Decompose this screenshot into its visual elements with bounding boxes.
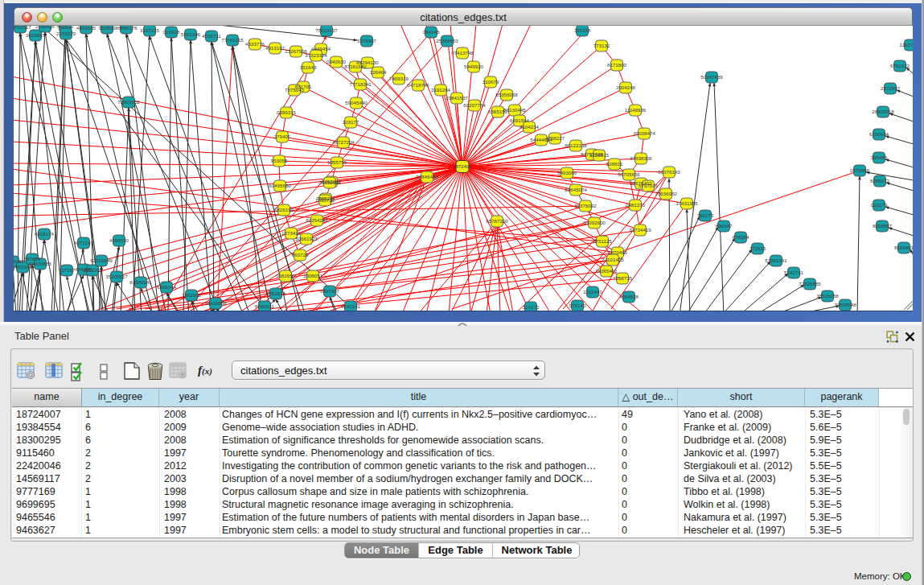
svg-text:2768426: 2768426 [35,26,55,29]
svg-text:5379907: 5379907 [357,38,377,43]
svg-text:4104234: 4104234 [519,124,540,130]
svg-text:6330434: 6330434 [869,131,889,137]
svg-text:56130445: 56130445 [503,107,526,113]
svg-text:2972997: 2972997 [881,85,901,91]
svg-text:3125815: 3125815 [589,152,610,158]
svg-text:0399315: 0399315 [277,109,297,115]
svg-text:18365461: 18365461 [595,268,618,274]
svg-text:780175: 780175 [697,212,714,218]
svg-text:77718341: 77718341 [349,81,372,87]
svg-text:975140: 975140 [569,303,586,308]
svg-text:953055: 953055 [271,158,288,163]
svg-text:53705656: 53705656 [618,171,640,177]
svg-text:75513137: 75513137 [315,27,338,33]
svg-text:3137215: 3137215 [140,27,160,33]
svg-text:7375043: 7375043 [285,87,305,93]
svg-text:1872407: 1872407 [453,163,473,169]
svg-text:87161682: 87161682 [344,64,367,69]
svg-text:279401: 279401 [274,134,291,139]
svg-text:8818174: 8818174 [35,231,55,237]
svg-text:72101415: 72101415 [602,257,624,262]
svg-text:4264628: 4264628 [619,294,639,299]
svg-text:60495660: 60495660 [269,183,291,188]
svg-text:1311440: 1311440 [583,289,602,295]
svg-text:62016849: 62016849 [90,257,113,263]
svg-text:03092600: 03092600 [583,220,606,225]
svg-text:39008474: 39008474 [633,130,655,136]
svg-text:0682651: 0682651 [276,273,296,278]
svg-text:6140141: 6140141 [341,303,361,309]
svg-text:022279: 022279 [871,202,888,208]
svg-text:0579868: 0579868 [850,167,870,173]
svg-text:898347: 898347 [716,223,733,229]
svg-text:28820018: 28820018 [872,109,894,114]
svg-text:35515058: 35515058 [816,293,839,299]
svg-text:395486: 395486 [871,154,888,160]
svg-text:82254282: 82254282 [306,217,328,223]
svg-text:010928: 010928 [163,29,180,35]
svg-text:1982965: 1982965 [182,292,202,298]
svg-text:952890: 952890 [99,26,116,31]
svg-text:83645074: 83645074 [565,187,587,192]
svg-text:3423667: 3423667 [26,32,46,38]
svg-text:8288072: 8288072 [870,178,890,183]
svg-text:6906044: 6906044 [157,284,177,290]
svg-text:2233079: 2233079 [56,31,76,36]
svg-text:72803852: 72803852 [117,99,140,105]
svg-text:6751125: 6751125 [593,238,612,244]
svg-text:7409319: 7409319 [389,76,409,81]
svg-text:3191284: 3191284 [431,87,451,93]
svg-text:50752917: 50752917 [14,26,31,30]
svg-text:4072247: 4072247 [74,240,94,245]
svg-text:126464: 126464 [370,69,387,75]
svg-text:37838306: 37838306 [630,155,652,161]
svg-text:24920868: 24920868 [204,300,227,306]
svg-text:86122138: 86122138 [565,142,587,148]
svg-text:0826199: 0826199 [274,207,294,212]
svg-text:7358735: 7358735 [613,275,633,281]
svg-text:1695722: 1695722 [315,197,335,203]
svg-text:8890931: 8890931 [255,303,275,309]
svg-text:465632: 465632 [57,26,74,29]
svg-text:372616: 372616 [749,245,766,251]
svg-text:3904248: 3904248 [616,84,636,90]
svg-text:4558530: 4558530 [109,237,129,243]
svg-text:4913167: 4913167 [265,45,285,51]
svg-text:0481373: 0481373 [626,202,646,208]
svg-text:72326865: 72326865 [799,281,821,286]
svg-text:92376092: 92376092 [574,203,597,208]
svg-text:33734419: 33734419 [629,227,651,233]
svg-text:85356068: 85356068 [495,92,518,97]
svg-text:25388853: 25388853 [436,38,458,43]
svg-text:36630626: 36630626 [318,179,341,185]
svg-text:4333776: 4333776 [245,41,265,47]
svg-text:5493066: 5493066 [557,170,577,175]
svg-text:8033401: 8033401 [894,245,913,250]
svg-text:70658948: 70658948 [834,302,856,307]
svg-text:54444634: 54444634 [530,137,552,142]
svg-text:773132: 773132 [593,43,610,48]
svg-text:60207764: 60207764 [463,102,486,108]
svg-text:46727204: 46727204 [332,139,355,145]
svg-text:6761222: 6761222 [890,63,910,68]
svg-text:50047439: 50047439 [700,74,723,80]
svg-text:51361341: 51361341 [765,257,787,263]
svg-text:2650201: 2650201 [83,267,103,273]
svg-text:351643: 351643 [300,64,317,70]
svg-text:65787200: 65787200 [486,218,508,224]
svg-text:4402685: 4402685 [76,26,97,31]
svg-text:3308051: 3308051 [303,273,323,278]
svg-text:04718746: 04718746 [407,82,429,88]
svg-text:86492083: 86492083 [14,258,24,264]
svg-text:59045440: 59045440 [345,100,368,105]
svg-text:50961923: 50961923 [295,236,318,241]
svg-text:8171800: 8171800 [607,62,627,68]
svg-text:23267938: 23267938 [285,48,307,54]
svg-text:37323324: 37323324 [305,52,327,58]
svg-text:86666176: 86666176 [115,26,138,31]
svg-text:0837407: 0837407 [320,288,340,294]
svg-text:29841537: 29841537 [446,95,468,101]
svg-text:00376143: 00376143 [658,169,680,175]
svg-text:35205617: 35205617 [105,274,128,279]
svg-text:084148: 084148 [423,29,440,35]
